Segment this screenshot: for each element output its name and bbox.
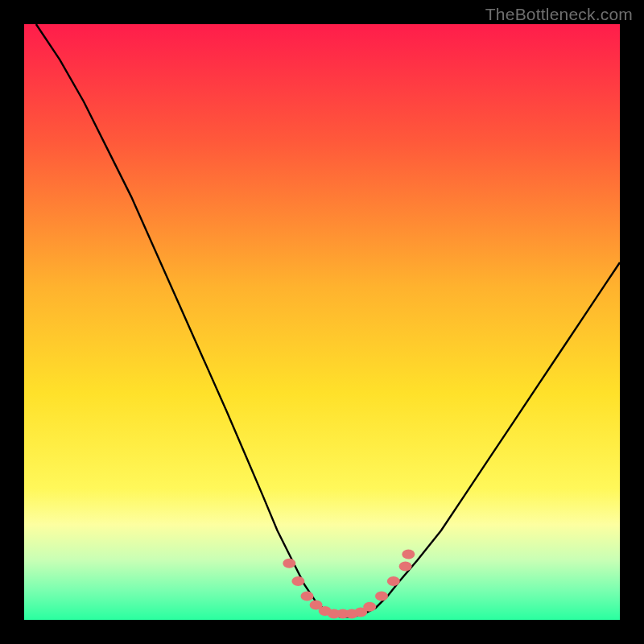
data-marker [399, 561, 412, 571]
watermark-text: TheBottleneck.com [485, 5, 633, 24]
data-marker [387, 576, 400, 586]
data-marker [283, 559, 295, 568]
data-marker [375, 591, 388, 601]
chart-frame: TheBottleneck.com [0, 0, 644, 644]
data-marker [402, 550, 415, 559]
bottleneck-curve [36, 24, 620, 617]
data-marker [363, 602, 376, 612]
data-marker [291, 576, 304, 586]
markers-group [283, 550, 415, 619]
chart-overlay [24, 24, 620, 620]
data-marker [301, 591, 314, 601]
